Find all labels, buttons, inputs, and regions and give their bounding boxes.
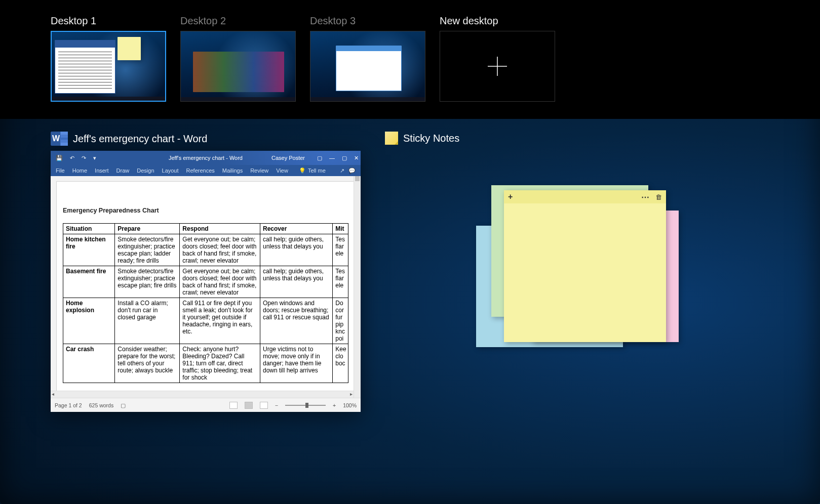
col-mitigate: Mit (333, 224, 348, 234)
mini-store-window (193, 52, 284, 92)
sticky-note-yellow[interactable]: + ⋯ 🗑 (504, 190, 666, 342)
desktop-3-thumb[interactable] (310, 31, 425, 102)
tab-view[interactable]: View (276, 167, 288, 174)
note-menu-icon[interactable]: ⋯ (641, 192, 650, 202)
maximize-icon[interactable]: ▢ (342, 155, 347, 161)
tell-me-search[interactable]: 💡 Tell me (299, 167, 326, 174)
sticky-notes-icon (385, 132, 398, 145)
col-prepare: Prepare (115, 224, 180, 234)
col-situation: Situation (63, 224, 115, 234)
desktop-3[interactable]: Desktop 3 (310, 15, 425, 119)
word-window-preview[interactable]: 💾 ↶ ↷ ▾ Jeff's emergency chart - Word Ca… (51, 151, 361, 412)
desktop-2[interactable]: Desktop 2 (180, 15, 296, 119)
plus-icon (486, 55, 509, 78)
qat-more-icon[interactable]: ▾ (93, 155, 96, 161)
tab-insert[interactable]: Insert (95, 167, 109, 174)
window-card-title: Sticky Notes (403, 133, 459, 144)
new-desktop[interactable]: New desktop (440, 15, 555, 119)
save-icon[interactable]: 💾 (56, 155, 63, 161)
tab-mailings[interactable]: Mailings (222, 167, 243, 174)
tab-layout[interactable]: Layout (162, 167, 179, 174)
document-heading: Emergency Preparedness Chart (63, 207, 348, 214)
delete-note-icon[interactable]: 🗑 (655, 193, 662, 201)
tab-home[interactable]: Home (72, 167, 87, 174)
tab-review[interactable]: Review (250, 167, 268, 174)
virtual-desktops-strip: Desktop 1 Desktop 2 Desktop 3 New deskto… (0, 0, 820, 119)
new-desktop-thumb[interactable] (440, 31, 555, 102)
zoom-out-icon[interactable]: − (275, 402, 278, 408)
zoom-slider[interactable] (285, 405, 326, 406)
window-card-title-row: Sticky Notes (385, 132, 658, 145)
mini-explorer-window (336, 46, 402, 91)
desktop-2-thumb[interactable] (180, 31, 296, 102)
status-page[interactable]: Page 1 of 2 (55, 402, 82, 408)
desktop-2-label: Desktop 2 (180, 15, 296, 27)
table-header-row: Situation Prepare Respond Recover Mit (63, 224, 348, 234)
col-respond: Respond (180, 224, 260, 234)
tab-references[interactable]: References (186, 167, 215, 174)
lightbulb-icon: 💡 (299, 167, 306, 174)
redo-icon[interactable]: ↷ (82, 155, 86, 161)
zoom-level[interactable]: 100% (343, 402, 357, 408)
word-page-area: Emergency Preparedness Chart Situation P… (51, 176, 361, 398)
word-ribbon-tabs: File Home Insert Draw Design Layout Refe… (51, 165, 361, 176)
read-mode-icon[interactable] (229, 402, 238, 409)
word-paper: Emergency Preparedness Chart Situation P… (56, 181, 355, 398)
desktop-1[interactable]: Desktop 1 (51, 15, 166, 119)
window-card-title-row: Jeff's emergency chart - Word (51, 132, 361, 146)
add-note-icon[interactable]: + (508, 192, 513, 201)
minimize-icon[interactable]: — (329, 155, 335, 161)
status-words[interactable]: 625 words (89, 402, 113, 408)
close-icon[interactable]: ✕ (354, 155, 359, 161)
window-card-word[interactable]: Jeff's emergency chart - Word 💾 ↶ ↷ ▾ Je… (51, 132, 361, 412)
window-card-title: Jeff's emergency chart - Word (73, 133, 207, 145)
word-status-bar: Page 1 of 2 625 words ▢ − + 100% (51, 398, 361, 412)
proofing-icon[interactable]: ▢ (121, 402, 126, 408)
mini-word-window (55, 40, 115, 94)
desktop-3-label: Desktop 3 (310, 15, 425, 27)
window-card-sticky-notes[interactable]: Sticky Notes + ⋯ 🗑 (385, 132, 658, 383)
table-row: Car crash Consider weather; prepare for … (63, 344, 348, 383)
word-document-title: Jeff's emergency chart - Word (51, 155, 361, 161)
emergency-chart-table: Situation Prepare Respond Recover Mit Ho… (63, 223, 348, 383)
zoom-in-icon[interactable]: + (333, 402, 336, 408)
horizontal-scrollbar[interactable] (51, 391, 354, 398)
vertical-scrollbar[interactable] (354, 176, 361, 398)
share-icon[interactable]: ↗ (340, 167, 344, 174)
tab-draw[interactable]: Draw (116, 167, 130, 174)
desktop-1-thumb[interactable] (51, 31, 166, 102)
task-view-windows: Jeff's emergency chart - Word 💾 ↶ ↷ ▾ Je… (51, 132, 769, 494)
tab-design[interactable]: Design (137, 167, 154, 174)
word-quick-access-toolbar: 💾 ↶ ↷ ▾ (51, 155, 96, 161)
word-icon (51, 132, 68, 146)
table-row: Home explosion Install a CO alarm; don't… (63, 298, 348, 344)
ribbon-display-icon[interactable]: ▢ (317, 155, 322, 161)
word-titlebar: 💾 ↶ ↷ ▾ Jeff's emergency chart - Word Ca… (51, 151, 361, 165)
web-layout-icon[interactable] (260, 402, 268, 409)
word-user-name[interactable]: Casey Poster (271, 155, 305, 161)
mini-sticky-note (118, 37, 141, 60)
tab-file[interactable]: File (56, 167, 65, 174)
desktop-1-label: Desktop 1 (51, 15, 166, 27)
table-row: Basement fire Smoke detectors/fire extin… (63, 266, 348, 298)
print-layout-icon[interactable] (245, 402, 253, 409)
comments-icon[interactable]: 💬 (348, 167, 356, 174)
sticky-notes-preview[interactable]: + ⋯ 🗑 (456, 180, 658, 383)
col-recover: Recover (260, 224, 332, 234)
sticky-note-toolbar: + ⋯ 🗑 (504, 190, 666, 203)
table-row: Home kitchen fire Smoke detectors/fire e… (63, 234, 348, 266)
undo-icon[interactable]: ↶ (70, 155, 74, 161)
word-window-controls: ▢ — ▢ ✕ (317, 155, 359, 161)
new-desktop-label: New desktop (440, 15, 555, 27)
